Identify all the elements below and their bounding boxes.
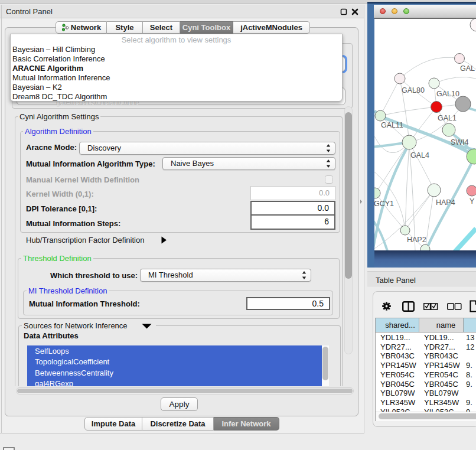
svg-text:SWI4: SWI4 xyxy=(451,138,469,146)
svg-text:GCY1: GCY1 xyxy=(374,200,394,208)
svg-text:Y: Y xyxy=(470,197,475,206)
svg-text:GAL4: GAL4 xyxy=(410,151,429,159)
svg-text:GAL: GAL xyxy=(460,64,475,73)
svg-text:GAL1: GAL1 xyxy=(438,114,457,122)
svg-text:HAP4: HAP4 xyxy=(436,198,455,207)
svg-text:GAL11: GAL11 xyxy=(381,121,403,129)
svg-text:HAP2: HAP2 xyxy=(407,236,426,244)
svg-text:GAL80: GAL80 xyxy=(402,86,425,94)
svg-text:GAL10: GAL10 xyxy=(436,90,459,98)
